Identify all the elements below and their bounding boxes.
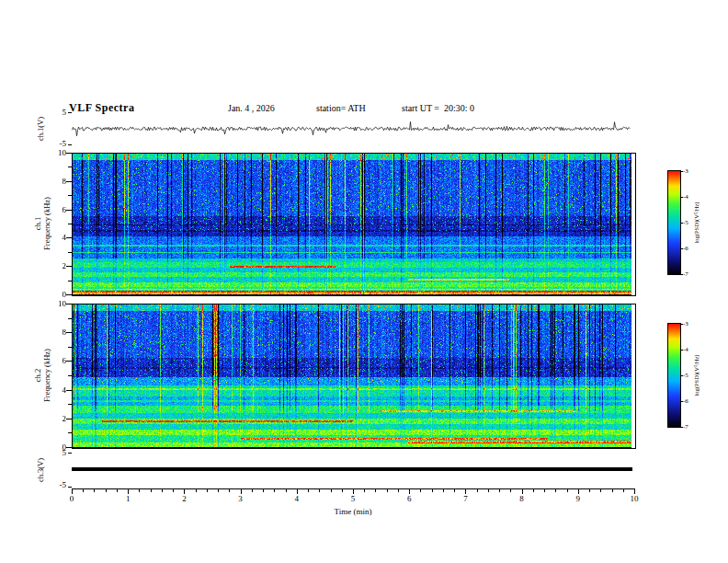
ch1-frequency-axis-label: ch.1 Frequency (kHz) [33,153,51,294]
freq-tick-label: 6 [48,205,66,214]
x-minor-tick-mark [499,489,500,492]
x-minor-tick-mark [196,489,197,492]
x-tick-label: 7 [456,494,474,503]
freq-tick-mark [66,181,72,182]
freq-minor-tick-mark [68,432,72,433]
x-minor-tick-mark [600,489,601,492]
x-minor-tick-mark [151,489,152,492]
ch1-voltage-axis-label: ch.1(V) [36,101,45,156]
colorbar-tick-label: -4 [683,346,688,353]
colorbar-tick-label: -6 [683,397,688,405]
freq-minor-tick-mark [68,252,72,253]
x-minor-tick-mark [612,489,613,492]
x-tick-label: 2 [175,494,193,503]
x-minor-tick-mark [162,489,163,492]
freq-tick-mark [66,210,72,211]
freq-tick-label: 6 [48,356,66,365]
ch1-ymin-label: -5 [48,139,66,148]
x-minor-tick-mark [375,489,376,492]
x-minor-tick-mark [173,489,174,492]
x-minor-tick-mark [252,489,253,492]
freq-tick-mark [66,419,72,419]
freq-tick-mark [66,294,72,295]
x-minor-tick-mark [331,489,332,492]
vlf-spectra-plot: VLF Spectra Jan. 4 , 2026 station= ATH s… [0,0,728,563]
colorbar-tick-label: -3 [683,320,688,327]
ch2-frequency-axis-label: ch.2 Frequency (kHz) [33,304,51,447]
x-minor-tick-mark [454,489,455,492]
x-minor-tick-mark [555,489,556,492]
freq-minor-tick-mark [68,281,72,282]
x-tick-label: 8 [513,494,531,503]
x-minor-tick-mark [229,489,230,492]
colorbar-tick-mark [680,350,683,350]
colorbar-tick-label: -4 [683,193,688,201]
colorbar-tick-label: -7 [683,423,688,431]
x-tick-label: 6 [400,494,418,503]
freq-tick-label: 4 [48,233,66,242]
freq-tick-label: 2 [48,414,66,423]
x-minor-tick-mark [308,489,309,492]
colorbar-tick-label: -3 [683,167,688,175]
x-axis-title: Time (min) [316,507,390,516]
freq-tick-label: 10 [48,148,66,157]
x-minor-tick-mark [364,489,365,492]
freq-tick-mark [66,390,72,391]
freq-tick-label: 8 [48,177,66,186]
ch2-frequency-label: Frequency (kHz) [42,304,51,447]
freq-tick-mark [66,237,72,238]
freq-tick-mark [66,332,72,333]
colorbar-tick-mark [680,427,683,428]
x-minor-tick-mark [533,489,534,492]
ch3-ymin-label: -5 [48,480,66,489]
x-tick-label: 1 [119,494,137,503]
freq-tick-label: 2 [48,261,66,270]
x-minor-tick-mark [218,489,219,492]
colorbar-tick-mark [680,274,683,275]
freq-tick-label: 4 [48,385,66,395]
colorbar-2 [667,323,681,428]
ch3-voltage-axis-label: ch.3(V) [36,442,45,498]
x-minor-tick-mark [443,489,444,492]
x-minor-tick-mark [589,489,590,492]
colorbar-tick-mark [680,223,683,224]
x-minor-tick-mark [477,489,478,492]
colorbar-tick-label: -5 [683,372,688,379]
freq-minor-tick-mark [68,318,72,319]
x-minor-tick-mark [139,489,140,492]
freq-tick-mark [66,361,72,362]
x-tick-label: 10 [625,494,643,503]
freq-minor-tick-mark [68,347,72,348]
colorbar-tick-mark [680,248,683,249]
freq-minor-tick-mark [68,224,72,224]
x-minor-tick-mark [207,489,208,492]
ch3-flat-signal-line [72,467,632,471]
x-minor-tick-mark [623,489,624,492]
freq-minor-tick-mark [68,375,72,376]
colorbar-tick-label: -7 [683,270,688,278]
ch1-spectrogram-canvas [72,153,636,296]
freq-tick-mark [66,153,72,154]
voltage-tick-mark [68,112,72,113]
freq-tick-label: 8 [48,327,66,337]
x-minor-tick-mark [286,489,287,492]
ch1-waveform-canvas [72,112,634,145]
x-minor-tick-mark [94,489,95,492]
freq-tick-label: 0 [48,290,66,299]
freq-minor-tick-mark [68,195,72,196]
x-minor-tick-mark [274,489,275,492]
ch1-frequency-label: Frequency (kHz) [42,153,51,294]
freq-tick-mark [66,447,72,448]
freq-minor-tick-mark [68,404,72,405]
x-minor-tick-mark [319,489,320,492]
x-tick-label: 9 [569,494,587,503]
voltage-tick-mark [68,144,72,145]
colorbar-tick-label: -5 [683,219,688,226]
colorbar-tick-mark [680,401,683,402]
x-tick-label: 0 [63,494,81,503]
colorbar-1 [667,170,681,275]
freq-tick-label: 0 [48,442,66,452]
x-minor-tick-mark [420,489,421,492]
ch1-channel-label: ch.1 [33,153,42,294]
freq-tick-mark [66,304,72,304]
